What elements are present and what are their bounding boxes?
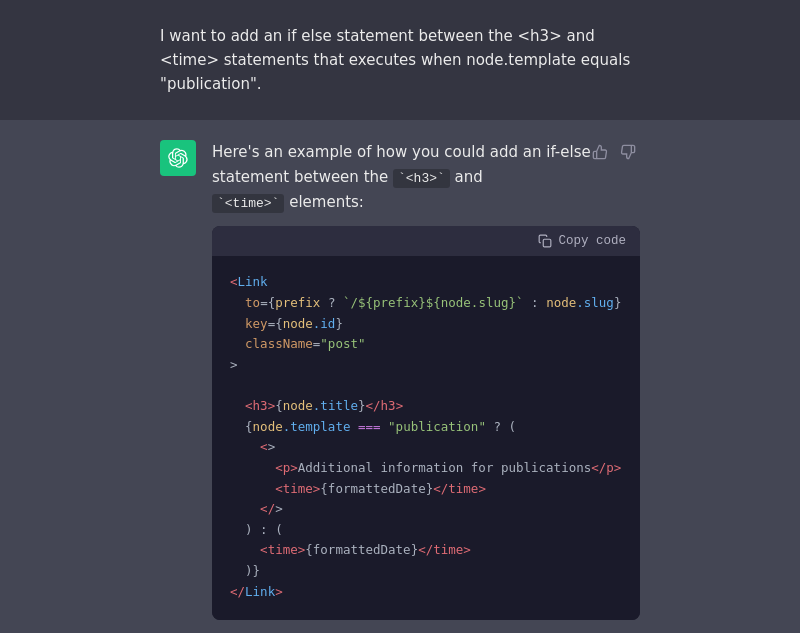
user-message-text: I want to add an if else statement betwe… <box>160 27 630 93</box>
thumbs-down-icon <box>620 144 636 160</box>
svg-rect-0 <box>544 240 552 248</box>
thumbs-up-icon <box>592 144 608 160</box>
code-block: Copy code <Link to={prefix ? `/${prefix}… <box>212 226 640 620</box>
thumbs-down-button[interactable] <box>616 140 640 164</box>
copy-label: Copy code <box>558 234 626 248</box>
chat-container: I want to add an if else statement betwe… <box>0 0 800 633</box>
avatar <box>160 140 196 176</box>
copy-code-button[interactable]: Copy code <box>538 234 626 248</box>
intro-text-and: and <box>450 168 483 186</box>
feedback-buttons <box>588 140 640 164</box>
openai-icon <box>168 148 188 168</box>
intro-text-after: elements: <box>284 193 364 211</box>
assistant-message: Here's an example of how you could add a… <box>0 120 800 633</box>
code-block-header: Copy code <box>212 226 640 256</box>
inline-code-h3: `<h3>` <box>393 169 450 188</box>
thumbs-up-button[interactable] <box>588 140 612 164</box>
assistant-intro: Here's an example of how you could add a… <box>212 140 640 214</box>
copy-icon <box>538 234 552 248</box>
user-message: I want to add an if else statement betwe… <box>0 0 800 120</box>
code-content: <Link to={prefix ? `/${prefix}${node.slu… <box>212 256 640 620</box>
inline-code-time: `<time>` <box>212 194 284 213</box>
assistant-content: Here's an example of how you could add a… <box>212 140 640 620</box>
code-pre: <Link to={prefix ? `/${prefix}${node.slu… <box>230 272 622 602</box>
